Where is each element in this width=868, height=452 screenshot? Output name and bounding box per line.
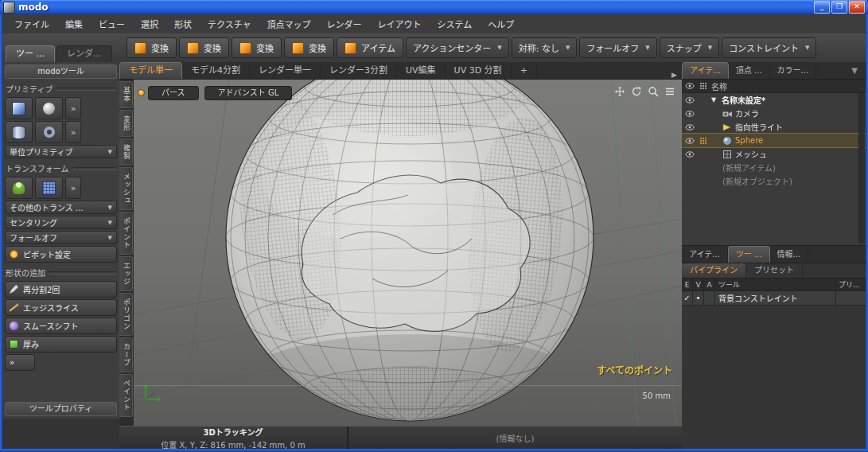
tab-add[interactable]: + [512, 63, 537, 79]
primitive-expand-button-1[interactable]: » [65, 97, 81, 119]
camera-label[interactable]: カメラ [735, 107, 759, 119]
list-item-new-item[interactable]: (新規アイテム) [682, 161, 866, 174]
tooltab-mesh[interactable]: メッシュ [119, 167, 133, 210]
item-list-tab[interactable]: アイテ... [682, 62, 729, 79]
menu-select[interactable]: 選択 [134, 16, 165, 32]
subdivide-button[interactable]: 再分割2回 [5, 281, 117, 298]
preset-tab[interactable]: プリセット [746, 263, 803, 278]
cube-primitive-button[interactable] [5, 97, 33, 119]
pipeline-tool-name[interactable]: 背景コンストレイント [715, 292, 835, 304]
panel-tab-tools[interactable]: ツー ... [6, 45, 55, 62]
symmetry-dropdown[interactable]: 対称: なし [512, 37, 578, 58]
maximize-button[interactable]: ❐ [831, 1, 847, 14]
sphere-primitive-button[interactable] [35, 97, 63, 119]
pipeline-row-background-constraint[interactable]: ✓ • 背景コンストレイント [682, 291, 866, 306]
tooltab-basic[interactable]: 基本 [119, 81, 133, 108]
more-tools-button[interactable]: » [5, 354, 35, 371]
menu-texture[interactable]: テクスチャ [200, 16, 259, 32]
cylinder-primitive-button[interactable] [5, 121, 33, 143]
transform-expand-button[interactable]: » [65, 177, 81, 199]
unit-primitive-dropdown[interactable]: 単位プリミティブ [5, 145, 117, 158]
view-mode-dropdown[interactable]: パース [148, 86, 199, 100]
tooltab-paint[interactable]: ペイント [119, 374, 133, 417]
tab-model-quad[interactable]: モデル4分割 [182, 63, 250, 79]
info-tab[interactable]: 情報... [770, 247, 809, 263]
viewport-options-dot[interactable] [138, 89, 145, 96]
close-button[interactable]: ✕ [849, 1, 865, 14]
tab-render-tri[interactable]: レンダー3分割 [321, 63, 397, 79]
visible-dot[interactable]: • [693, 291, 704, 305]
tab-model-single[interactable]: モデル単一 [119, 62, 182, 79]
torus-primitive-button[interactable] [35, 121, 63, 143]
pivot-settings-button[interactable]: ピボット設定 [5, 246, 117, 263]
transform-button-3[interactable]: 変換 [232, 37, 282, 58]
eye-icon[interactable] [684, 97, 695, 103]
new-item-label[interactable]: (新規アイテム) [722, 162, 776, 173]
primitive-expand-button-2[interactable]: » [65, 121, 81, 143]
falloff-panel-dropdown[interactable]: フォールオフ [5, 231, 117, 244]
tab-uv-edit[interactable]: UV編集 [397, 63, 446, 79]
name-column-header[interactable]: 名称 [711, 80, 727, 92]
item-list-scrollbar[interactable] [858, 93, 865, 244]
scene-root-label[interactable]: 名称未設定* [722, 94, 765, 106]
menu-help[interactable]: ヘルプ [481, 16, 521, 32]
expand-triangle-icon[interactable]: ▼ [711, 96, 719, 103]
tooltab-curve[interactable]: カーブ [119, 337, 133, 372]
new-object-label[interactable]: (新規オブジェクト) [722, 175, 792, 187]
centering-dropdown[interactable]: センタリング [5, 216, 117, 229]
pipeline-tab[interactable]: パイプライン [682, 263, 746, 278]
items-properties-tab[interactable]: アイテ... [682, 247, 728, 263]
tooltab-point[interactable]: ポイント [119, 212, 133, 255]
pan-icon[interactable] [614, 86, 625, 97]
action-center-dropdown[interactable]: アクションセンター [406, 37, 509, 58]
tools-tab[interactable]: ツー ... [728, 246, 770, 263]
enable-checkbox[interactable]: ✓ [682, 291, 693, 305]
light-label[interactable]: 指向性ライト [735, 121, 783, 133]
tooltab-polygon[interactable]: ポリゴン [119, 293, 133, 336]
list-item-scene-root[interactable]: ▼ 名称未設定* [682, 93, 866, 107]
tab-scroll-arrow[interactable]: ▶ [667, 71, 682, 79]
menu-render[interactable]: レンダー [320, 16, 369, 32]
transform-button-4[interactable]: 変換 [284, 37, 334, 58]
panel-tab-render[interactable]: レンダ... [56, 45, 112, 62]
menu-system[interactable]: システム [430, 16, 480, 32]
snap-dropdown[interactable]: スナップ [660, 37, 719, 58]
edge-slice-button[interactable]: エッジスライス [5, 299, 117, 316]
transform-button-2[interactable]: 変換 [179, 37, 229, 58]
list-item-sphere-selected[interactable]: Sphere [682, 134, 866, 147]
viewport-3d[interactable]: パース アドバンスト GL すべてのポイント 50 mm [134, 80, 682, 426]
mesh-label[interactable]: メッシュ [735, 148, 767, 160]
eye-icon[interactable] [684, 151, 695, 158]
element-move-tool-button[interactable] [5, 177, 33, 199]
more-transforms-dropdown[interactable]: その他のトランス ... [5, 201, 117, 214]
list-item-camera[interactable]: カメラ [682, 107, 866, 120]
zoom-icon[interactable] [648, 86, 659, 97]
menu-geometry[interactable]: 形状 [167, 16, 199, 32]
active-layer-dots-icon[interactable] [698, 137, 709, 145]
menu-edit[interactable]: 編集 [58, 16, 90, 32]
list-item-mesh[interactable]: メッシュ [682, 147, 866, 161]
menu-vertex-map[interactable]: 頂点マップ [260, 16, 318, 32]
tooltab-duplicate[interactable]: 複製 [119, 138, 133, 166]
rotate-icon[interactable] [631, 86, 642, 97]
falloff-dropdown[interactable]: フォールオフ [579, 37, 656, 58]
list-item-directional-light[interactable]: 指向性ライト [682, 120, 866, 134]
tab-uv-3d-split[interactable]: UV 3D 分割 [446, 63, 512, 79]
eye-icon[interactable] [684, 111, 695, 117]
eye-icon[interactable] [684, 138, 695, 144]
tooltab-edge[interactable]: エッジ [119, 256, 133, 291]
titlebar[interactable]: modo _ ❐ ✕ [0, 0, 868, 14]
item-button[interactable]: アイテム [337, 37, 403, 58]
menu-layout[interactable]: レイアウト [371, 16, 429, 32]
minimize-button[interactable]: _ [814, 1, 830, 14]
shading-mode-dropdown[interactable]: アドバンスト GL [204, 86, 293, 100]
smooth-shift-button[interactable]: スムースシフト [5, 318, 117, 334]
tool-panel-header[interactable]: modoツール [5, 64, 117, 79]
sphere-label[interactable]: Sphere [735, 136, 763, 145]
color-tab[interactable]: カラー... [770, 63, 817, 79]
tool-properties-header[interactable]: ツールプロパティ [5, 402, 117, 416]
list-item-new-object[interactable]: (新規オブジェクト) [682, 174, 866, 188]
auto-cell[interactable] [704, 291, 715, 305]
eye-icon[interactable] [684, 124, 695, 131]
thicken-button[interactable]: 厚み [5, 336, 117, 353]
